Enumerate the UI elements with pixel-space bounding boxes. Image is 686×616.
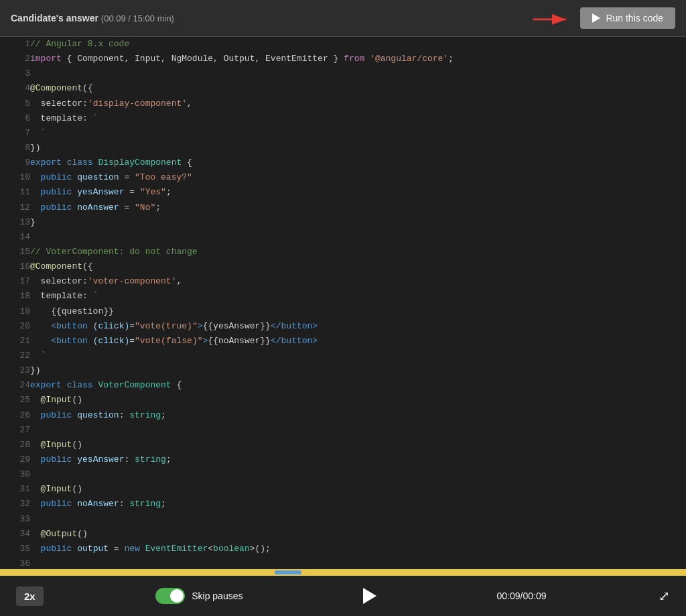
play-icon	[592, 13, 600, 23]
code-table: 1// Angular 8.x code2import { Component,…	[0, 37, 686, 569]
line-number: 29	[0, 452, 30, 467]
line-code: <button (click)="vote(false)">{{noAnswer…	[30, 334, 686, 349]
line-code: export class DisplayComponent {	[30, 156, 686, 170]
table-row: 4@Component({	[0, 81, 686, 96]
table-row: 34 @Output()	[0, 527, 686, 542]
table-row: 29 public yesAnswer: string;	[0, 452, 686, 467]
toggle-thumb	[170, 589, 184, 603]
arrow-icon	[532, 8, 572, 28]
line-number: 36	[0, 556, 30, 569]
line-number: 19	[0, 304, 30, 319]
line-number: 4	[0, 81, 30, 96]
toggle-track[interactable]	[155, 588, 185, 604]
play-button[interactable]	[355, 581, 385, 611]
line-code	[30, 556, 686, 569]
expand-button[interactable]: ⤢	[659, 588, 670, 604]
line-number: 28	[0, 438, 30, 452]
footer: 2x Skip pauses 00:09/00:09 ⤢	[0, 576, 686, 616]
line-number: 34	[0, 527, 30, 542]
line-number: 30	[0, 467, 30, 482]
line-code: `	[30, 349, 686, 363]
table-row: 19 {{question}}	[0, 304, 686, 319]
line-number: 23	[0, 363, 30, 378]
run-code-button[interactable]: Run this code	[580, 7, 675, 29]
line-number: 2	[0, 52, 30, 66]
line-number: 13	[0, 215, 30, 230]
line-number: 26	[0, 408, 30, 423]
arrow-area: Run this code	[532, 7, 675, 29]
time-display: 00:09/00:09	[497, 591, 547, 601]
line-number: 7	[0, 126, 30, 141]
timer-label: (00:09 / 15:00 min)	[101, 13, 174, 23]
line-code: @Component({	[30, 259, 686, 274]
table-row: 18 template: `	[0, 289, 686, 304]
line-number: 1	[0, 37, 30, 52]
candidate-answer-label: Candidate's answer	[11, 13, 98, 23]
line-number: 16	[0, 259, 30, 274]
header: Candidate's answer (00:09 / 15:00 min) R…	[0, 0, 686, 37]
line-code: {{question}}	[30, 304, 686, 319]
table-row: 9export class DisplayComponent {	[0, 156, 686, 170]
table-row: 15// VoterComponent: do not change	[0, 245, 686, 259]
table-row: 28 @Input()	[0, 438, 686, 452]
play-triangle-icon	[363, 588, 376, 604]
line-number: 10	[0, 170, 30, 185]
table-row: 7 `	[0, 126, 686, 141]
expand-icon: ⤢	[659, 589, 670, 603]
line-number: 5	[0, 97, 30, 111]
line-code: })	[30, 141, 686, 156]
table-row: 5 selector:'display-component',	[0, 97, 686, 111]
table-row: 26 public question: string;	[0, 408, 686, 423]
table-row: 2import { Component, Input, NgModule, Ou…	[0, 52, 686, 66]
line-code	[30, 66, 686, 81]
line-code: public question = "Too easy?"	[30, 170, 686, 185]
table-row: 23})	[0, 363, 686, 378]
line-number: 9	[0, 156, 30, 170]
line-number: 17	[0, 274, 30, 289]
line-code: template: `	[30, 289, 686, 304]
line-code: public question: string;	[30, 408, 686, 423]
line-code	[30, 467, 686, 482]
table-row: 13}	[0, 215, 686, 230]
table-row: 11 public yesAnswer = "Yes";	[0, 185, 686, 200]
line-code: }	[30, 215, 686, 230]
line-code: public yesAnswer = "Yes";	[30, 185, 686, 200]
table-row: 32 public noAnswer: string;	[0, 497, 686, 511]
line-number: 33	[0, 512, 30, 527]
line-code	[30, 512, 686, 527]
line-number: 21	[0, 334, 30, 349]
line-code: selector:'voter-component',	[30, 274, 686, 289]
line-code: export class VoterComponent {	[30, 378, 686, 393]
line-code: @Input()	[30, 393, 686, 408]
table-row: 3	[0, 66, 686, 81]
table-row: 6 template: `	[0, 111, 686, 126]
table-row: 1// Angular 8.x code	[0, 37, 686, 52]
line-code: `	[30, 126, 686, 141]
line-number: 27	[0, 423, 30, 438]
line-number: 24	[0, 378, 30, 393]
table-row: 10 public question = "Too easy?"	[0, 170, 686, 185]
line-number: 11	[0, 185, 30, 200]
table-row: 35 public output = new EventEmitter<bool…	[0, 542, 686, 556]
line-number: 3	[0, 66, 30, 81]
line-number: 31	[0, 482, 30, 497]
header-title: Candidate's answer (00:09 / 15:00 min)	[11, 13, 174, 23]
line-code: public output = new EventEmitter<boolean…	[30, 542, 686, 556]
table-row: 24export class VoterComponent {	[0, 378, 686, 393]
line-number: 14	[0, 230, 30, 245]
table-row: 12 public noAnswer = "No";	[0, 200, 686, 215]
line-number: 25	[0, 393, 30, 408]
run-code-label: Run this code	[606, 13, 663, 23]
line-code	[30, 230, 686, 245]
table-row: 36	[0, 556, 686, 569]
progress-bar[interactable]	[0, 569, 686, 576]
line-number: 15	[0, 245, 30, 259]
table-row: 14	[0, 230, 686, 245]
line-code: // VoterComponent: do not change	[30, 245, 686, 259]
skip-pauses-toggle[interactable]: Skip pauses	[155, 588, 243, 604]
table-row: 8})	[0, 141, 686, 156]
speed-badge[interactable]: 2x	[16, 587, 44, 606]
line-code: public yesAnswer: string;	[30, 452, 686, 467]
line-code: })	[30, 363, 686, 378]
table-row: 17 selector:'voter-component',	[0, 274, 686, 289]
